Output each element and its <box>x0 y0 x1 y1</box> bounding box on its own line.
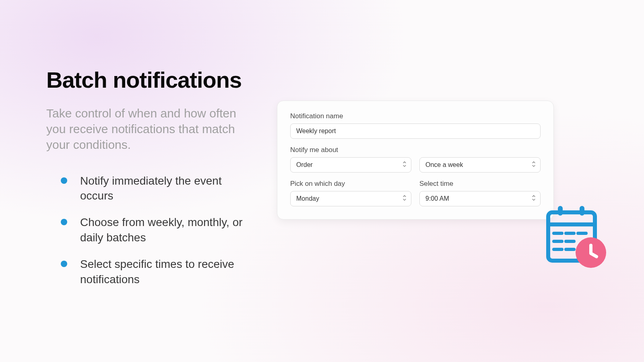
notification-name-input[interactable] <box>290 123 541 139</box>
day-select[interactable]: Monday <box>290 191 411 206</box>
day-label: Pick on which day <box>290 180 411 188</box>
page-subtitle: Take control of when and how often you r… <box>46 105 256 152</box>
frequency-value: Once a week <box>425 161 463 169</box>
list-item: Select specific times to receive notific… <box>61 257 256 287</box>
notify-about-label: Notify me about <box>290 146 411 154</box>
day-value: Monday <box>296 195 319 202</box>
time-select[interactable]: 9:00 AM <box>419 191 541 206</box>
time-value: 9:00 AM <box>425 195 449 202</box>
notification-form-card: Notification name Notify me about Order … <box>277 101 554 220</box>
notification-name-label: Notification name <box>290 112 541 120</box>
page-title: Batch notifications <box>46 68 256 93</box>
notify-about-select[interactable]: Order <box>290 157 411 173</box>
frequency-label <box>419 146 541 154</box>
frequency-select[interactable]: Once a week <box>419 157 541 173</box>
list-item: Choose from weekly, monthly, or daily ba… <box>61 215 256 245</box>
time-label: Select time <box>419 180 541 188</box>
feature-list: Notify immediately the event occurs Choo… <box>61 173 256 287</box>
list-item: Notify immediately the event occurs <box>61 173 256 204</box>
notify-about-value: Order <box>296 161 313 169</box>
calendar-clock-icon <box>543 205 607 269</box>
